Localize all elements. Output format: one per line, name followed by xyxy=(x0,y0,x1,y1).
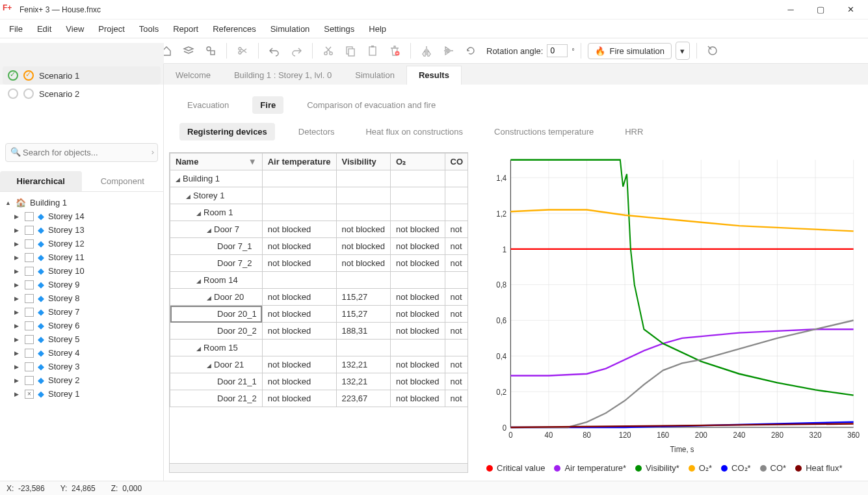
menu-view[interactable]: View xyxy=(59,21,90,36)
menu-simulation[interactable]: Simulation xyxy=(264,21,317,36)
results-table[interactable]: Name▼Air temperatureVisibilityO₂CO◢Build… xyxy=(169,152,468,473)
tree-storey[interactable]: ▶◆Storey 14 xyxy=(3,209,161,223)
tree-storey[interactable]: ▶◆Storey 7 xyxy=(3,305,161,319)
tree-storey[interactable]: ▶◆Storey 3 xyxy=(3,360,161,373)
filter-icon[interactable]: ▼ xyxy=(248,157,257,167)
legend-item[interactable]: CO* xyxy=(760,463,787,473)
redo-icon[interactable] xyxy=(287,42,306,60)
legend-item[interactable]: Visibility* xyxy=(635,463,679,473)
rotate-icon[interactable] xyxy=(462,42,480,60)
scissors-icon[interactable] xyxy=(233,42,252,60)
tree-storey[interactable]: ▶◆Storey 11 xyxy=(3,250,161,264)
table-row[interactable]: ◢Door 20not blocked115,27not blockednot xyxy=(170,289,468,306)
table-row[interactable]: ◢Building 1 xyxy=(170,170,468,187)
legend-item[interactable]: Heat flux* xyxy=(795,463,842,473)
legend-item[interactable]: CO₂* xyxy=(721,463,751,473)
sub-tab[interactable]: Detectors xyxy=(291,123,343,140)
checkbox-icon[interactable] xyxy=(25,335,34,344)
maximize-button[interactable]: ▢ xyxy=(806,0,835,20)
doc-tab[interactable]: Welcome xyxy=(164,66,222,85)
sub-tab[interactable]: Evacuation xyxy=(179,96,237,114)
sub-tab[interactable]: Comparison of evacuation and fire xyxy=(299,96,443,114)
table-row[interactable]: Door 20_2not blocked188,31not blockednot xyxy=(170,323,468,340)
tree-storey[interactable]: ▶◆Storey 8 xyxy=(3,291,161,305)
checkbox-icon[interactable] xyxy=(25,239,34,248)
checkbox-icon[interactable] xyxy=(25,308,34,317)
legend-item[interactable]: O₂* xyxy=(689,463,712,473)
tree-storey[interactable]: ▶◆Storey 6 xyxy=(3,319,161,332)
minimize-button[interactable]: ─ xyxy=(776,0,806,20)
table-header[interactable]: Name▼ xyxy=(170,154,263,170)
menu-project[interactable]: Project xyxy=(92,21,131,36)
table-row[interactable]: ◢Room 1 xyxy=(170,204,468,221)
tree-storey[interactable]: ▶◆Storey 12 xyxy=(3,237,161,250)
checkbox-icon[interactable] xyxy=(25,267,34,276)
tree-storey[interactable]: ▶◆Storey 1 xyxy=(3,387,161,401)
table-row[interactable]: Door 21_2not blocked223,67not blockednot xyxy=(170,390,468,407)
sub-tab[interactable]: Fire xyxy=(252,96,283,114)
checkbox-icon[interactable] xyxy=(25,294,34,303)
table-row[interactable]: ◢Room 14 xyxy=(170,272,468,289)
menu-tools[interactable]: Tools xyxy=(133,21,165,36)
cut-icon[interactable] xyxy=(319,42,337,60)
scenario-item[interactable]: Scenario 1 xyxy=(3,66,161,85)
mirror-horiz-icon[interactable] xyxy=(417,42,436,60)
table-header[interactable]: Air temperature xyxy=(262,154,336,170)
table-header[interactable]: O₂ xyxy=(391,154,445,170)
checkbox-icon[interactable] xyxy=(25,226,34,235)
tree-storey[interactable]: ▶◆Storey 9 xyxy=(3,278,161,291)
tree-storey[interactable]: ▶◆Storey 5 xyxy=(3,332,161,346)
table-row[interactable]: ◢Door 7not blockednot blockednot blocked… xyxy=(170,221,468,238)
menu-report[interactable]: Report xyxy=(166,21,205,36)
fire-simulation-dropdown[interactable]: ▾ xyxy=(676,42,690,60)
doc-tab[interactable]: Simulation xyxy=(343,66,406,85)
table-horiz-scrollbar[interactable] xyxy=(170,463,467,472)
menu-edit[interactable]: Edit xyxy=(31,21,58,36)
scenario-item[interactable]: Scenario 2 xyxy=(3,85,161,103)
checkbox-icon[interactable] xyxy=(25,280,34,289)
search-go-icon[interactable]: › xyxy=(151,147,154,157)
table-row[interactable]: Door 21_1not blocked132,21not blockednot xyxy=(170,373,468,390)
table-row[interactable]: ◢Door 21not blocked132,21not blockednot xyxy=(170,356,468,373)
checkbox-icon[interactable] xyxy=(25,212,34,221)
sub-tab[interactable]: Heat flux on constructions xyxy=(358,123,471,140)
doc-tab[interactable]: Building 1 : Storey 1, lvl. 0 xyxy=(222,66,343,85)
tree-storey[interactable]: ▶◆Storey 4 xyxy=(3,346,161,360)
view-tab-component[interactable]: Component xyxy=(82,171,164,191)
sub-tab[interactable]: Constructions temperature xyxy=(486,123,601,140)
menu-file[interactable]: File xyxy=(3,21,29,36)
checkbox-icon[interactable] xyxy=(25,376,34,385)
rotation-input[interactable] xyxy=(547,44,568,57)
paste-icon[interactable] xyxy=(363,42,382,60)
copy-icon[interactable] xyxy=(341,42,360,60)
table-header[interactable]: CO xyxy=(445,154,467,170)
checkbox-icon[interactable] xyxy=(25,349,34,358)
mirror-vert-icon[interactable] xyxy=(440,42,458,60)
fire-simulation-button[interactable]: 🔥 Fire simulation xyxy=(588,43,672,59)
close-button[interactable]: ✕ xyxy=(835,0,865,20)
table-row[interactable]: Door 7_2not blockednot blockednot blocke… xyxy=(170,255,468,272)
doc-tab[interactable]: Results xyxy=(406,66,462,85)
line-chart[interactable]: 0408012016020024028032036000,20,40,60,81… xyxy=(484,152,860,458)
delete-icon[interactable] xyxy=(386,42,404,60)
table-row[interactable]: Door 20_1not blocked115,27not blockednot xyxy=(170,306,468,323)
search-input[interactable] xyxy=(5,143,158,162)
tree-root[interactable]: ▲🏠Building 1 xyxy=(3,196,161,209)
legend-item[interactable]: Air temperature* xyxy=(554,463,626,473)
table-row[interactable]: Door 7_1not blockednot blockednot blocke… xyxy=(170,238,468,255)
table-row[interactable]: ◢Room 15 xyxy=(170,340,468,356)
tree-storey[interactable]: ▶◆Storey 10 xyxy=(3,264,161,278)
table-row[interactable]: ◢Storey 1 xyxy=(170,187,468,204)
menu-settings[interactable]: Settings xyxy=(317,21,361,36)
legend-item[interactable]: Critical value xyxy=(486,463,545,473)
view-tab-hierarchical[interactable]: Hierarchical xyxy=(0,171,82,191)
checkbox-icon[interactable] xyxy=(25,321,34,330)
object-tree[interactable]: ▲🏠Building 1▶◆Storey 14▶◆Storey 13▶◆Stor… xyxy=(0,192,163,481)
checkbox-icon[interactable] xyxy=(25,390,34,399)
tree-storey[interactable]: ▶◆Storey 2 xyxy=(3,373,161,387)
sub-tab[interactable]: Registering devices xyxy=(179,123,275,140)
checkbox-icon[interactable] xyxy=(25,253,34,262)
layers-icon[interactable] xyxy=(179,42,198,60)
menu-help[interactable]: Help xyxy=(362,21,393,36)
objects-icon[interactable] xyxy=(202,42,220,60)
